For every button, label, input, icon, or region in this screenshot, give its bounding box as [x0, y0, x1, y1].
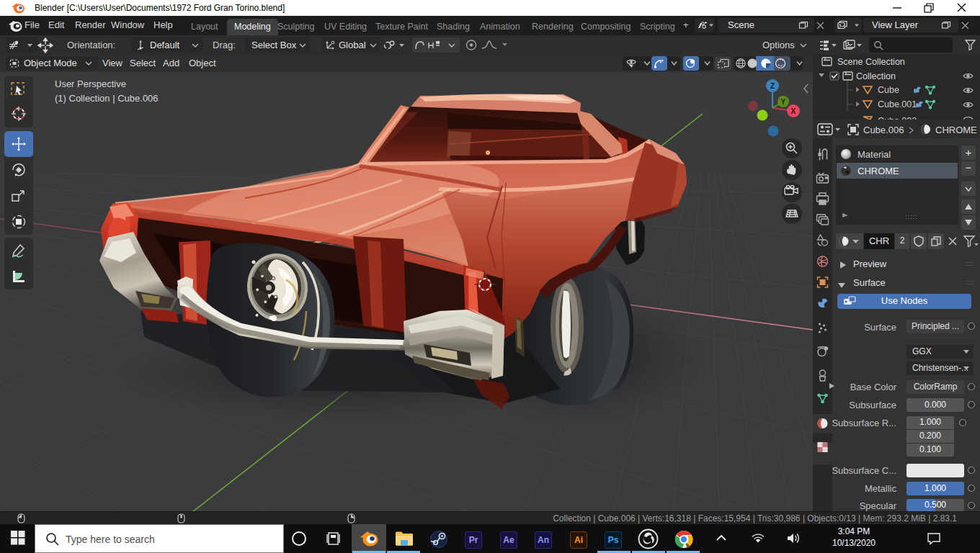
svg-text:Collection: Collection — [856, 71, 896, 81]
svg-text:X: X — [791, 107, 796, 115]
svg-text:Cube: Cube — [878, 85, 899, 95]
svg-text:Cube.001: Cube.001 — [878, 99, 917, 109]
svg-text:Scene Collection: Scene Collection — [837, 57, 905, 67]
svg-text:(1) Collection | Cube.006: (1) Collection | Cube.006 — [55, 93, 159, 104]
svg-text:Z: Z — [770, 82, 775, 90]
svg-text:Y: Y — [781, 98, 786, 106]
svg-text:User Perspective: User Perspective — [55, 78, 126, 89]
